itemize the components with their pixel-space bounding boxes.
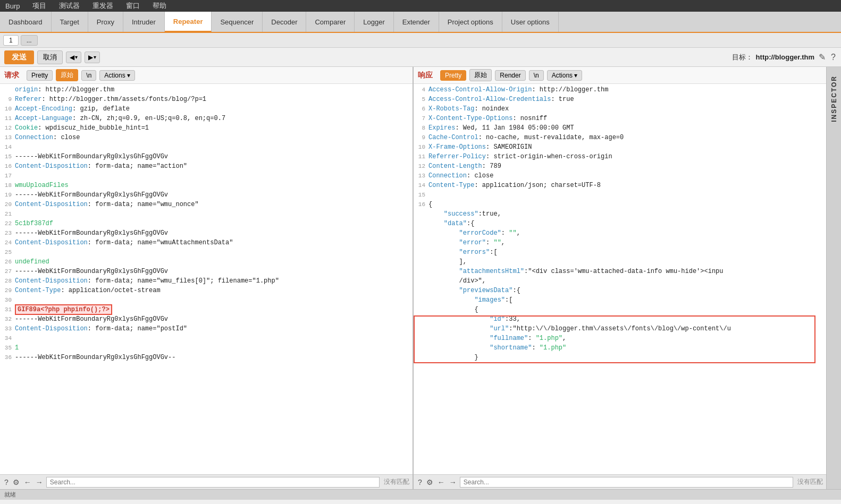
tab-target[interactable]: Target (52, 12, 88, 32)
line-content: undefined (15, 258, 413, 266)
response-pretty-btn[interactable]: Pretty (440, 70, 466, 81)
response-panel-header: 响应 Pretty 原始 Render \n Actions ▾ (414, 67, 826, 84)
line-number: 15 (414, 191, 428, 198)
request-actions-btn[interactable]: Actions ▾ (99, 70, 134, 81)
line-number: 34 (0, 335, 15, 341)
request-line: 31GIF89a<?php phpinfo();?> (0, 306, 413, 315)
request-line: 34 (0, 335, 413, 344)
menu-repeater[interactable]: 重发器 (90, 0, 115, 12)
line-number: 8 (414, 124, 428, 131)
line-content: } (428, 354, 826, 361)
tab-logger[interactable]: Logger (355, 12, 393, 32)
line-number: 16 (0, 163, 15, 169)
response-hex-btn[interactable]: \n (529, 70, 544, 81)
tab-comparer[interactable]: Comparer (306, 12, 355, 32)
request-hex-btn[interactable]: \n (81, 70, 96, 81)
line-number: 13 (414, 172, 428, 179)
response-render-btn[interactable]: Render (495, 70, 525, 81)
response-line: 5Access-Control-Allow-Credentials: true (414, 96, 826, 105)
line-content: 5c1bf387df (15, 220, 413, 227)
response-line: 15 (414, 191, 826, 201)
edit-target-button[interactable]: ✎ (818, 51, 827, 63)
tab-dashboard[interactable]: Dashboard (0, 12, 52, 32)
line-content: { (428, 306, 826, 313)
cancel-button[interactable]: 取消 (37, 50, 63, 64)
response-raw-btn[interactable]: 原始 (469, 69, 492, 81)
request-line: 9Referer: http://blogger.thm/assets/font… (0, 96, 413, 105)
line-content: ------WebKitFormBoundaryRg0xlysGhFggOVGv (15, 153, 413, 160)
response-line: "errors":[ (414, 249, 826, 258)
line-content: "fullname": "1.php", (428, 335, 826, 342)
menu-tester[interactable]: 测试器 (57, 0, 82, 12)
tab-project-options[interactable]: Project options (439, 12, 502, 32)
repeater-tab-1[interactable]: 1 (3, 35, 19, 46)
line-number (414, 229, 428, 230)
menu-project[interactable]: 项目 (30, 0, 48, 12)
line-number: 11 (414, 153, 428, 160)
line-content: Content-Type: application/octet-stream (15, 287, 413, 294)
line-number: 11 (0, 115, 15, 122)
line-number: 14 (0, 143, 15, 150)
response-line: 7X-Content-Type-Options: nosniff (414, 115, 826, 124)
menu-burp[interactable]: Burp (3, 1, 22, 11)
request-raw-btn[interactable]: 原始 (56, 69, 78, 81)
request-line: 29Content-Type: application/octet-stream (0, 287, 413, 296)
response-line: 16{ (414, 201, 826, 210)
line-content: "success":true, (428, 210, 826, 218)
line-number (414, 335, 428, 335)
response-line: "fullname": "1.php", (414, 335, 826, 344)
menu-window[interactable]: 窗口 (124, 0, 142, 12)
line-content: Content-Type: application/json; charset=… (428, 182, 826, 189)
line-content: wmuUploadFiles (15, 182, 413, 189)
tab-repeater[interactable]: Repeater (165, 12, 212, 32)
response-line: 14Content-Type: application/json; charse… (414, 182, 826, 191)
line-number (414, 354, 428, 354)
line-number (414, 277, 428, 278)
tab-extender[interactable]: Extender (394, 12, 439, 32)
request-code-area[interactable]: origin: http://blogger.thm9Referer: http… (0, 84, 413, 474)
line-content: ------WebKitFormBoundaryRg0xlysGhFggOVGv (15, 191, 413, 199)
line-content: Content-Disposition: form-data; name="ac… (15, 163, 413, 170)
tab-sequencer[interactable]: Sequencer (212, 12, 263, 32)
request-line: 351 (0, 344, 413, 354)
response-actions-btn[interactable]: Actions ▾ (547, 70, 582, 81)
send-button[interactable]: 发送 (4, 50, 34, 64)
line-content: Connection: close (428, 172, 826, 180)
req-forward-icon[interactable]: → (35, 477, 44, 488)
line-content: Connection: close (15, 134, 413, 141)
response-search-input[interactable] (460, 477, 793, 488)
line-number: 29 (0, 287, 15, 294)
response-line: { (414, 306, 826, 315)
line-number: 22 (0, 220, 15, 227)
request-line: 12Cookie: wpdiscuz_hide_bubble_hint=1 (0, 124, 413, 134)
response-line: "data":{ (414, 220, 826, 229)
menu-help[interactable]: 帮助 (150, 0, 169, 12)
resp-help-icon[interactable]: ? (417, 477, 423, 488)
prev-nav-button[interactable]: ◀ ▾ (66, 52, 81, 63)
tab-proxy[interactable]: Proxy (88, 12, 123, 32)
req-help-icon[interactable]: ? (3, 477, 10, 488)
resp-settings-icon[interactable]: ⚙ (425, 477, 434, 488)
tab-intruder[interactable]: Intruder (123, 12, 165, 32)
response-line: "images":[ (414, 296, 826, 306)
resp-back-icon[interactable]: ← (436, 477, 446, 488)
request-pretty-btn[interactable]: Pretty (27, 70, 53, 81)
response-line: 12Content-Length: 789 (414, 163, 826, 172)
line-number: 10 (0, 105, 15, 112)
help-button[interactable]: ? (830, 52, 837, 63)
response-no-match: 没有匹配 (797, 477, 823, 486)
response-code-area[interactable]: 4Access-Control-Allow-Origin: http://blo… (414, 84, 826, 474)
line-number: 24 (0, 239, 15, 246)
repeater-tab-more[interactable]: ... (21, 35, 38, 46)
request-search-input[interactable] (46, 477, 380, 488)
line-number: 16 (414, 201, 428, 208)
line-number: 5 (414, 96, 428, 102)
tab-decoder[interactable]: Decoder (263, 12, 306, 32)
req-settings-icon[interactable]: ⚙ (12, 477, 21, 488)
req-back-icon[interactable]: ← (23, 477, 32, 488)
tab-user-options[interactable]: User options (502, 12, 559, 32)
line-content: "errorCode": "", (428, 229, 826, 237)
resp-forward-icon[interactable]: → (448, 477, 458, 488)
next-nav-button[interactable]: ▶ ▾ (85, 52, 100, 63)
line-number: 13 (0, 134, 15, 141)
